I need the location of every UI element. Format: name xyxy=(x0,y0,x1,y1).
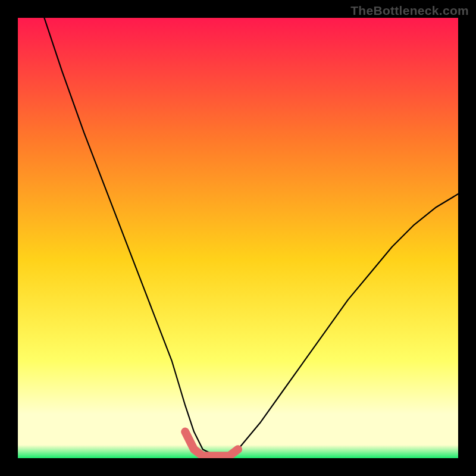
chart-frame: TheBottleneck.com xyxy=(0,0,476,476)
watermark-text: TheBottleneck.com xyxy=(350,4,469,18)
bottleneck-chart xyxy=(18,18,458,458)
gradient-background xyxy=(18,18,458,458)
